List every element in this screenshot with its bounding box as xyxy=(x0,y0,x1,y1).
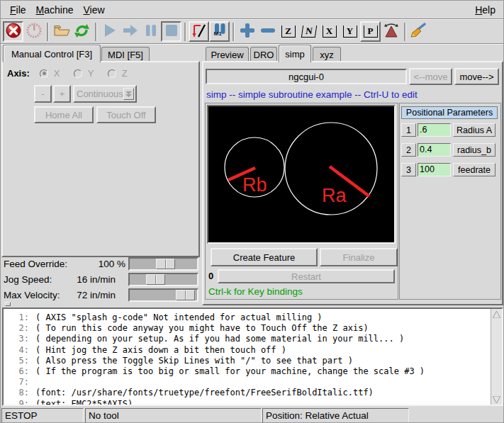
view-z-rotated-button[interactable]: N xyxy=(298,21,319,42)
menu-view[interactable]: View xyxy=(79,3,110,17)
reload-icon xyxy=(74,23,90,41)
minus-icon xyxy=(261,23,275,40)
tab-xyz[interactable]: xyz xyxy=(313,47,341,62)
simp-tab-content: ngcgui-0 <--move move--> simp -- simple … xyxy=(202,61,503,305)
tab-dro[interactable]: DRO xyxy=(250,47,277,62)
parameters-header: Positional Parameters xyxy=(401,106,498,119)
tab-mdi[interactable]: MDI [F5] xyxy=(101,47,150,62)
machine-power-button[interactable] xyxy=(23,21,44,42)
ngcgui-tab-entry[interactable]: ngcgui-0 xyxy=(206,69,407,84)
gcode-line: 1:( AXIS "splash g-code" Not intended fo… xyxy=(4,312,502,323)
manual-tab-content: Axis: X Y Z - + Continuous xyxy=(1,61,200,257)
scroll-up-icon[interactable] xyxy=(492,310,501,319)
param-3-name[interactable]: feedrate xyxy=(453,163,495,176)
open-folder-icon xyxy=(53,23,70,40)
toggle-skip-lines-button[interactable] xyxy=(189,21,209,42)
skip-lines-icon xyxy=(191,23,207,40)
jog-plus-button[interactable]: + xyxy=(53,85,71,103)
estop-icon xyxy=(6,23,21,40)
label-ra: Ra xyxy=(322,185,347,206)
menu-machine[interactable]: Machine xyxy=(31,3,79,17)
jog-speed-value: 16 in/min xyxy=(52,274,116,285)
move-right-button[interactable]: move--> xyxy=(454,68,499,85)
max-velocity-handle[interactable] xyxy=(176,290,195,300)
tab-simp[interactable]: simp xyxy=(279,45,311,62)
machine-power-icon xyxy=(26,23,42,40)
axis-label: Axis: xyxy=(7,68,30,79)
finalize-button[interactable]: Finalize xyxy=(320,248,398,266)
pane-sash-grip[interactable] xyxy=(5,302,11,306)
restart-count: 0 xyxy=(208,271,213,281)
touch-off-button[interactable]: Touch Off xyxy=(96,106,156,123)
view-z-rotated-icon: N xyxy=(301,26,316,38)
reload-button[interactable] xyxy=(72,21,92,42)
rotate-view-button[interactable] xyxy=(381,21,401,42)
axis-radio-z[interactable]: Z xyxy=(108,68,128,79)
scroll-down-icon[interactable] xyxy=(492,395,501,404)
param-2-entry[interactable]: 0.4 xyxy=(418,143,451,157)
menu-file[interactable]: File xyxy=(5,3,31,17)
subroutine-description: simp -- simple subroutine example -- Ctr… xyxy=(206,89,418,100)
zoom-in-button[interactable] xyxy=(237,21,257,42)
jog-speed-handle[interactable] xyxy=(146,274,165,285)
param-2-name[interactable]: radius_b xyxy=(453,143,495,157)
axis-radio-x[interactable]: X xyxy=(40,68,60,79)
plus-icon xyxy=(240,23,254,40)
stop-button[interactable] xyxy=(161,21,181,42)
gcode-scrollbar[interactable] xyxy=(491,309,502,405)
restart-button[interactable]: Restart xyxy=(218,269,395,283)
home-all-button[interactable]: Home All xyxy=(34,106,94,123)
open-file-button[interactable] xyxy=(51,21,72,42)
gcode-line: 7: xyxy=(4,377,502,388)
view-perspective-icon: P xyxy=(364,26,378,38)
parameters-frame: Positional Parameters 1 .6 Radius A 2 0.… xyxy=(399,103,501,300)
param-1-name[interactable]: Radius A xyxy=(453,123,495,137)
gcode-line: 4:( Hint jog the Z axis down a bit then … xyxy=(4,345,502,356)
pause-icon xyxy=(145,23,157,40)
key-bindings-hint: Ctrl-k for Key bindings xyxy=(208,286,303,297)
run-icon xyxy=(103,23,117,40)
step-button[interactable] xyxy=(120,21,140,42)
optional-stop-button[interactable]: M1 xyxy=(209,21,230,42)
status-position-mode: Position: Relative Actual xyxy=(262,408,409,423)
gcode-line: 8:(font: /usr/share/fonts/truetype/freef… xyxy=(4,388,502,398)
gcode-line: 3:( depending on your setup. As if you h… xyxy=(4,334,502,344)
gcode-text-area[interactable]: 1:( AXIS "splash g-code" Not intended fo… xyxy=(2,308,503,406)
param-3-index: 3 xyxy=(401,163,416,176)
feed-override-handle[interactable] xyxy=(156,259,175,269)
clear-plot-button[interactable] xyxy=(408,21,429,42)
view-x-button[interactable]: X xyxy=(319,21,340,42)
jog-minus-button[interactable]: - xyxy=(34,85,52,103)
subroutine-preview-image: Rb Ra xyxy=(207,105,396,244)
main-pane: Manual Control [F3] MDI [F5] Axis: X Y xyxy=(1,44,504,306)
create-feature-button[interactable]: Create Feature xyxy=(211,248,318,266)
manual-control-panel: Manual Control [F3] MDI [F5] Axis: X Y xyxy=(1,44,201,306)
status-tool: No tool xyxy=(85,408,262,423)
toolbar: M1 Z N X Y P xyxy=(1,20,504,44)
jog-speed-slider[interactable] xyxy=(128,273,198,286)
view-y-button[interactable]: Y xyxy=(340,21,360,42)
axis-radio-y[interactable]: Y xyxy=(74,68,94,79)
jog-mode-select[interactable]: Continuous xyxy=(73,85,137,103)
feed-override-slider[interactable] xyxy=(128,257,198,271)
param-1-entry[interactable]: .6 xyxy=(418,123,451,137)
max-velocity-slider[interactable] xyxy=(128,288,198,302)
feed-override-label: Feed Override: xyxy=(4,259,67,269)
menubar: File Machine View Help xyxy=(1,1,504,19)
zoom-out-button[interactable] xyxy=(257,21,278,42)
radio-z-icon xyxy=(108,69,116,78)
status-machine-state: ESTOP xyxy=(1,408,84,423)
run-button[interactable] xyxy=(99,21,120,42)
menu-help[interactable]: Help xyxy=(470,3,500,17)
view-z-button[interactable]: Z xyxy=(278,21,298,42)
gcode-line: 9:(text: EMC2*5*AXIS) xyxy=(4,399,502,407)
toolbar-separator xyxy=(95,23,96,41)
pause-button[interactable] xyxy=(140,21,161,42)
view-perspective-button[interactable]: P xyxy=(360,21,381,42)
param-3-entry[interactable]: 100 xyxy=(418,163,451,176)
param-1-index: 1 xyxy=(401,123,416,137)
move-left-button[interactable]: <--move xyxy=(409,68,452,85)
tab-manual-control[interactable]: Manual Control [F3] xyxy=(3,45,101,62)
tab-preview[interactable]: Preview xyxy=(206,47,249,62)
estop-button[interactable] xyxy=(3,21,23,42)
